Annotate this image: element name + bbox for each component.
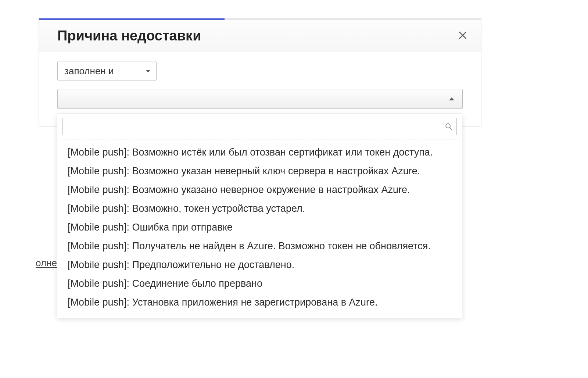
search-icon (441, 122, 456, 131)
page-root: олне Причина недоставки заполнен и (0, 0, 588, 378)
reason-dropdown: [Mobile push]: Возможно истёк или был от… (57, 114, 462, 318)
dropdown-item[interactable]: [Mobile push]: Возможно указан неверный … (59, 162, 460, 181)
background-link-fragment[interactable]: олне (36, 257, 57, 269)
close-button[interactable] (455, 29, 470, 43)
svg-line-3 (450, 128, 452, 130)
dropdown-search-row (57, 114, 462, 139)
close-icon (458, 31, 467, 42)
reason-panel: Причина недоставки заполнен и (39, 18, 481, 127)
chevron-down-icon (146, 70, 150, 72)
dropdown-list: [Mobile push]: Возможно истёк или был от… (57, 139, 462, 318)
reason-select[interactable] (57, 89, 463, 109)
dropdown-item[interactable]: [Mobile push]: Получатель не найден в Az… (59, 237, 460, 256)
condition-select[interactable]: заполнен и (57, 61, 157, 81)
condition-select-value: заполнен и (64, 65, 114, 77)
dropdown-search-input[interactable] (63, 118, 441, 135)
chevron-up-icon (449, 97, 454, 100)
dropdown-item[interactable]: [Mobile push]: Установка приложения не з… (59, 293, 460, 312)
dropdown-item[interactable]: [Mobile push]: Возможно указано неверное… (59, 181, 460, 199)
dropdown-item[interactable]: [Mobile push]: Предположительно не доста… (59, 256, 460, 274)
dropdown-search (62, 118, 457, 135)
dropdown-item[interactable]: [Mobile push]: Возможно истёк или был от… (59, 143, 460, 162)
panel-title: Причина недоставки (57, 28, 201, 44)
dropdown-item[interactable]: [Mobile push]: Ошибка при отправке (59, 218, 460, 237)
panel-header: Причина недоставки (39, 20, 481, 52)
dropdown-item[interactable]: [Mobile push]: Соединение было прервано (59, 274, 460, 293)
dropdown-item[interactable]: [Mobile push]: Возможно, токен устройств… (59, 199, 460, 218)
